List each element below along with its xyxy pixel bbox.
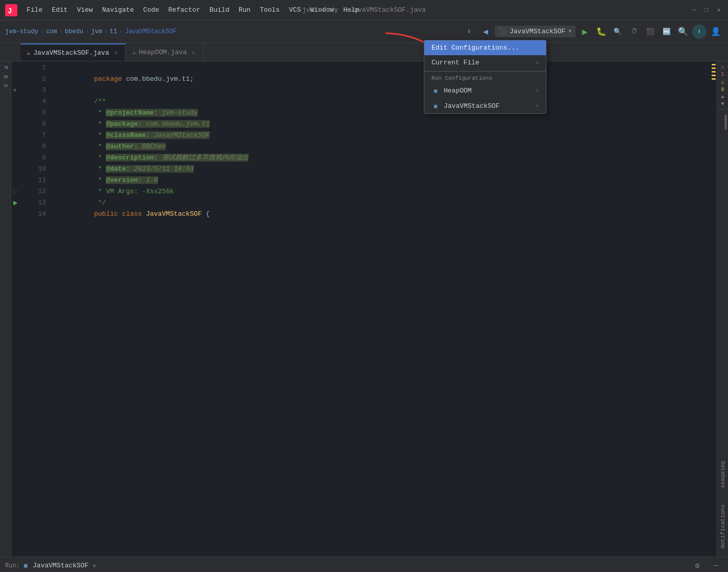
toolbar: jvm-study › com › bbedu › jvm › t1 › Jav… [0, 20, 728, 43]
dropdown-chevron: ▼ [568, 29, 572, 34]
tab-label-heapoom: HeapOOM.java [139, 49, 187, 56]
warning-count-icon: ⚠ [721, 79, 724, 85]
breadcrumb-bbedu[interactable]: bbedu [65, 28, 83, 35]
search-button[interactable]: 🔍 [676, 25, 690, 39]
current-file-item[interactable]: Current File › [424, 55, 546, 70]
right-sidebar: ⚠ 1 ⚠ 8 ▲ ▼ Database Notifications [717, 61, 728, 557]
left-sidebar: P B S [0, 61, 11, 557]
heapoom-arrow: › [535, 87, 539, 94]
current-file-label: Current File [431, 59, 480, 66]
title-bar: J File Edit View Navigate Code Refactor … [0, 0, 728, 20]
edit-configurations-item[interactable]: Edit Configurations... [424, 40, 546, 55]
database-label[interactable]: Database [718, 457, 727, 492]
menu-edit[interactable]: Edit [48, 4, 72, 16]
code-lines: package com.bbedu.jvm.t1; /** * @project… [52, 61, 709, 557]
menu-view[interactable]: View [73, 4, 97, 16]
code-line-13: public class JavaVMStackSOF { [54, 197, 709, 209]
error-count-icon: ⚠ [721, 63, 724, 70]
javavmstacksof-arrow: › [535, 103, 539, 109]
breadcrumb-class[interactable]: JavaVMStackSOF [125, 28, 176, 35]
code-line-4: * @projectName: jvm-study [54, 96, 709, 107]
maximize-button[interactable]: □ [702, 6, 711, 14]
breadcrumb-com[interactable]: com [46, 28, 57, 35]
run-panel-config-name: JavaVMStackSOF [33, 562, 88, 569]
menu-navigate[interactable]: Navigate [98, 4, 138, 16]
profiler-button[interactable]: ⏱ [627, 25, 641, 39]
debug-button[interactable]: 🐛 [594, 25, 608, 39]
breadcrumb-jvm[interactable]: jvm [91, 28, 102, 35]
database-panel[interactable]: Database [717, 453, 728, 496]
run-config-dropdown[interactable]: ⬛ JavaVMStackSOF ▼ [495, 26, 576, 37]
menu-file[interactable]: File [22, 4, 47, 16]
main-content: P B S ▼ □ [0, 61, 728, 557]
collapse-icon-12[interactable]: □ [13, 186, 17, 197]
dropdown-separator-1 [424, 71, 546, 72]
menu-refactor[interactable]: Refactor [164, 4, 204, 16]
structure-label[interactable]: S [1, 82, 11, 89]
warning-count: 8 [721, 87, 724, 93]
code-line-3: /** [54, 85, 709, 96]
editor-area[interactable]: ▼ □ ▶ 1 2 3 4 [11, 61, 717, 557]
tab-close-heapoom[interactable]: ✕ [190, 49, 197, 56]
javavmstacksof-icon: ▣ [431, 102, 440, 110]
translate-button[interactable]: 🔤 [659, 25, 674, 39]
heapoom-label: HeapOOM [444, 87, 472, 95]
breadcrumb-project[interactable]: jvm-study [5, 28, 38, 35]
line-numbers: 1 2 3 4 5 6 7 8 9 10 11 12 13 14 [27, 61, 52, 557]
close-button[interactable]: ✕ [715, 6, 723, 14]
javavmstacksof-label: JavaVMStackSOF [444, 102, 499, 110]
run-panel-minimize[interactable]: ─ [709, 559, 723, 573]
menu-run[interactable]: Run [235, 4, 255, 16]
breadcrumb-sep-2: › [59, 28, 63, 35]
tab-icon-java: ☕ [27, 49, 30, 57]
nav-down[interactable]: ▼ [721, 101, 724, 107]
heapoom-icon: ▣ [431, 86, 440, 95]
notifications-panel[interactable]: Notifications [717, 496, 728, 557]
run-gutter-icon[interactable]: ▶ [13, 197, 17, 209]
run-panel-tab-close[interactable]: ✕ [93, 562, 96, 569]
vertical-scrollbar[interactable] [717, 109, 728, 453]
menu-code[interactable]: Code [139, 4, 163, 16]
javavmstacksof-item[interactable]: ▣ JavaVMStackSOF › [424, 98, 546, 113]
tab-label-javavmstacksof: JavaVMStackSOF.java [33, 49, 109, 57]
vcs-update-button[interactable]: ⬆ [462, 25, 476, 39]
breadcrumb: jvm-study › com › bbedu › jvm › t1 › Jav… [5, 28, 176, 35]
profile-icon[interactable]: 👤 [709, 25, 723, 39]
run-config-dropdown-menu: Edit Configurations... Current File › Ru… [424, 40, 547, 114]
breadcrumb-sep-5: › [119, 28, 123, 35]
stop-button[interactable]: ⬛ [643, 25, 657, 39]
error-stripe [709, 61, 717, 557]
run-panel-header: Run: ▣ JavaVMStackSOF ✕ ⚙ ─ [0, 557, 728, 572]
svg-text:J: J [8, 7, 12, 15]
tab-heapoom[interactable]: ☕ HeapOOM.java ✕ [126, 43, 203, 61]
run-panel: Run: ▣ JavaVMStackSOF ✕ ⚙ ─ ▶ ↑ ↓ ↩ ≡ 🖨 … [0, 557, 728, 572]
run-panel-settings[interactable]: ⚙ [690, 559, 704, 573]
run-configurations-header: Run Configurations [424, 73, 546, 83]
minimize-button[interactable]: ─ [690, 6, 698, 14]
menu-tools[interactable]: Tools [256, 4, 284, 16]
window-title: jvm-study - JavaVMStackSOF.java [302, 6, 426, 14]
heapoom-item[interactable]: ▣ HeapOOM › [424, 83, 546, 98]
breadcrumb-sep-4: › [104, 28, 108, 35]
tab-icon-java2: ☕ [132, 49, 135, 56]
error-count: 1 [721, 72, 724, 77]
breadcrumb-sep-3: › [85, 28, 89, 35]
breadcrumb-t1[interactable]: t1 [110, 28, 117, 35]
tab-close-javavmstacksof[interactable]: ✕ [112, 49, 119, 56]
run-button[interactable]: ▶ [578, 25, 592, 39]
notifications-label[interactable]: Notifications [718, 500, 727, 553]
project-panel-label[interactable]: P [1, 64, 11, 72]
nav-up[interactable]: ▲ [721, 94, 724, 100]
tab-javavmstacksof[interactable]: ☕ JavaVMStackSOF.java ✕ [20, 43, 126, 61]
run-panel-run-label: Run: [5, 562, 20, 569]
window-controls: ─ □ ✕ [690, 6, 723, 14]
back-button[interactable]: ◀ [479, 25, 493, 39]
collapse-icon-3[interactable]: ▼ [13, 85, 17, 96]
update-button[interactable]: ⬆ [692, 25, 707, 39]
bookmarks-label[interactable]: B [1, 73, 11, 81]
menu-build[interactable]: Build [206, 4, 234, 16]
coverage-button[interactable]: 🔍 [610, 25, 625, 39]
run-panel-icon-sm: ▣ [24, 562, 28, 569]
code-line-1: package com.bbedu.jvm.t1; [54, 62, 709, 74]
run-config-name: JavaVMStackSOF [510, 28, 565, 35]
